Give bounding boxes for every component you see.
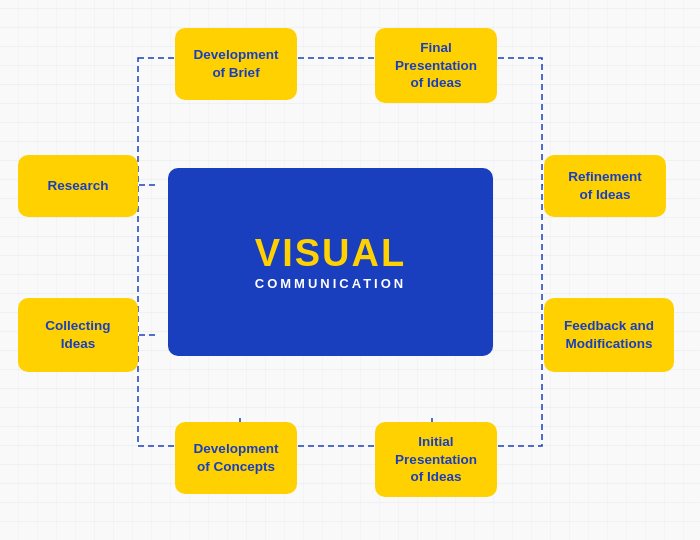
box-development-concepts: Developmentof Concepts — [175, 422, 297, 494]
box-development-brief: Developmentof Brief — [175, 28, 297, 100]
box-collecting-ideas: CollectingIdeas — [18, 298, 138, 372]
box-initial-presentation: InitialPresentationof Ideas — [375, 422, 497, 497]
box-refinement-ideas: Refinementof Ideas — [544, 155, 666, 217]
box-final-presentation: FinalPresentationof Ideas — [375, 28, 497, 103]
visual-text: VISUAL — [255, 234, 406, 272]
box-research: Research — [18, 155, 138, 217]
visual-communication-diagram: VISUAL COMMUNICATION Developmentof Brief… — [0, 0, 700, 540]
communication-text: COMMUNICATION — [255, 276, 406, 291]
box-feedback-modifications: Feedback andModifications — [544, 298, 674, 372]
center-box: VISUAL COMMUNICATION — [168, 168, 493, 356]
